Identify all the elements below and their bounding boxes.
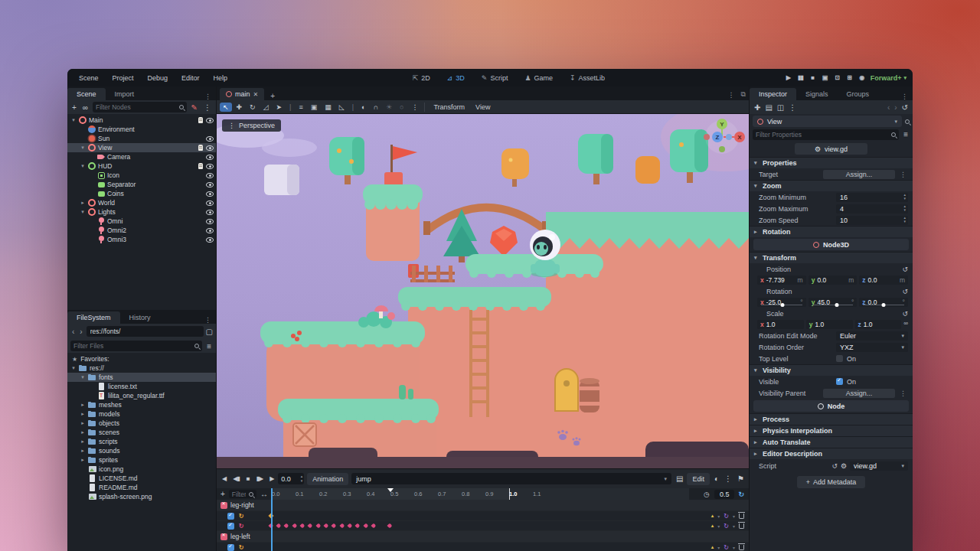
rotate-mode-button[interactable]: ↻ bbox=[247, 103, 259, 112]
section-visibility[interactable]: ▾Visibility bbox=[750, 364, 913, 376]
delete-track-icon[interactable] bbox=[739, 545, 744, 550]
scene-tree-row[interactable]: ▾ View bbox=[67, 143, 216, 152]
loop-wrap-icon[interactable]: ↻ bbox=[724, 544, 729, 551]
link-scale-icon[interactable]: ∞ bbox=[903, 320, 908, 329]
instance-scene-button[interactable]: ∞ bbox=[81, 103, 90, 112]
file-tree-row[interactable]: lilita_one_regular.ttf bbox=[67, 391, 216, 400]
ruler-mode-button[interactable]: ◺ bbox=[336, 103, 348, 112]
workspace-tab[interactable]: ⊿ 3D bbox=[441, 73, 471, 83]
property-menu-icon[interactable]: ⋮ bbox=[898, 171, 908, 178]
visibility-eye-icon[interactable] bbox=[206, 155, 214, 160]
expand-arrow[interactable]: ▾ bbox=[70, 117, 77, 123]
scene-tree-row[interactable]: ▾ Main bbox=[67, 116, 216, 125]
visibility-eye-icon[interactable] bbox=[206, 219, 214, 224]
workspace-tab[interactable]: ♟ Game bbox=[518, 73, 559, 83]
visibility-eye-icon[interactable] bbox=[206, 228, 214, 233]
class-header-node3d[interactable]: Node3D bbox=[753, 239, 909, 250]
visibility-eye-icon[interactable] bbox=[206, 136, 214, 142]
target-assign-button[interactable]: Assign... bbox=[823, 170, 895, 179]
play-scene-button[interactable]: ⊡ bbox=[834, 74, 841, 81]
menu-item[interactable]: Help bbox=[208, 73, 234, 83]
rotation-order-dropdown[interactable]: YXZ▾ bbox=[836, 343, 908, 352]
spinner-icon[interactable]: ▴▾ bbox=[301, 474, 303, 483]
interpolation-mode-icon[interactable]: ▴ bbox=[711, 513, 714, 519]
track-enabled-checkbox[interactable] bbox=[227, 513, 234, 520]
dock-tab[interactable]: Inspector bbox=[750, 88, 796, 100]
file-tree-row[interactable]: ▸ scenes bbox=[67, 428, 216, 437]
script-header-button[interactable]: ⚙ view.gd bbox=[795, 143, 867, 155]
animation-menu-button[interactable]: Animation bbox=[307, 473, 348, 485]
snap-button[interactable]: ∩ bbox=[370, 103, 381, 112]
expand-arrow[interactable]: ▸ bbox=[80, 200, 86, 206]
collapsed-section[interactable]: ▸Editor Description bbox=[750, 448, 913, 459]
zoom-speed-field[interactable]: 10▴▾ bbox=[836, 216, 908, 225]
file-tree-row[interactable]: README.md bbox=[67, 483, 216, 492]
script-badge-icon[interactable] bbox=[198, 117, 203, 123]
object-history-icon[interactable]: ↺ bbox=[902, 103, 908, 112]
dock-tab[interactable]: FileSystem bbox=[67, 311, 120, 324]
collapsed-section[interactable]: ▸Process bbox=[750, 413, 913, 425]
edited-node-dropdown[interactable]: View ▾ bbox=[753, 116, 902, 127]
interpolation-mode-icon[interactable]: ▴ bbox=[711, 544, 714, 550]
play-button[interactable]: ▶ bbox=[785, 74, 792, 81]
play-backwards-from-end-button[interactable]: ◀ bbox=[220, 475, 227, 482]
file-tree-row[interactable]: ▸ scripts bbox=[67, 437, 216, 446]
visibility-eye-icon[interactable] bbox=[206, 145, 214, 151]
gear-icon[interactable]: ⚙ bbox=[841, 462, 847, 470]
filter-properties-input[interactable] bbox=[756, 131, 888, 139]
expand-arrow[interactable]: ▾ bbox=[80, 145, 86, 151]
pause-button[interactable]: ▮▮ bbox=[797, 74, 804, 81]
separator[interactable]: | bbox=[286, 103, 294, 112]
visibility-eye-icon[interactable] bbox=[206, 201, 214, 206]
menu-item[interactable]: Editor bbox=[176, 73, 205, 83]
loop-wrap-icon[interactable]: ↻ bbox=[724, 523, 729, 530]
zoom-minimum-field[interactable]: 16▴▾ bbox=[836, 193, 908, 202]
track-enabled-checkbox[interactable] bbox=[227, 544, 234, 551]
visibility-eye-icon[interactable] bbox=[206, 210, 214, 215]
file-tree-row[interactable]: ▾ fonts bbox=[67, 373, 216, 382]
script-dropdown[interactable]: view.gd▾ bbox=[850, 461, 908, 471]
track-keyframes[interactable] bbox=[277, 531, 749, 542]
select-list-button[interactable]: ≡ bbox=[296, 103, 305, 112]
expand-arrow[interactable]: ▾ bbox=[80, 209, 86, 215]
scene-tree-row[interactable]: Omni bbox=[67, 217, 216, 226]
file-tree-row[interactable]: ▸ models bbox=[67, 409, 216, 419]
visibility-eye-icon[interactable] bbox=[206, 173, 214, 178]
scene-tree-row[interactable]: ▾ Lights bbox=[67, 207, 216, 217]
scale-y-field[interactable]: y1.0 bbox=[806, 320, 853, 329]
top-level-checkbox[interactable] bbox=[836, 355, 843, 362]
dock-menu-icon[interactable]: ⋮ bbox=[200, 316, 216, 324]
track-keyframes[interactable] bbox=[271, 511, 686, 520]
menu-item[interactable]: Scene bbox=[74, 73, 104, 83]
dock-menu-icon[interactable]: ⋮ bbox=[200, 93, 216, 100]
dock-tab[interactable]: Import bbox=[106, 88, 144, 100]
fit-zoom-icon[interactable]: ↔ bbox=[259, 490, 270, 498]
visible-checkbox[interactable] bbox=[836, 378, 843, 385]
animation-track-row[interactable]: ↻ ▴▾ ↻▾ bbox=[217, 511, 749, 521]
stop-animation-button[interactable]: ■ bbox=[245, 475, 251, 482]
scale-mode-button[interactable]: ◿ bbox=[260, 103, 272, 112]
separator[interactable]: | bbox=[349, 103, 357, 112]
expand-arrow[interactable]: ▸ bbox=[80, 439, 86, 445]
rotation-y-field[interactable]: y45.0° bbox=[808, 298, 858, 307]
play-custom-scene-button[interactable]: ⊞ bbox=[846, 74, 853, 81]
visibility-parent-assign-button[interactable]: Assign... bbox=[823, 389, 895, 398]
move-mode-button[interactable]: ✚ bbox=[234, 103, 246, 112]
timeline-playhead[interactable] bbox=[271, 488, 273, 551]
timeline-ruler[interactable]: 0.00.10.20.30.40.50.60.70.80.91.01.1 bbox=[272, 488, 689, 500]
lock-selected-button[interactable]: ▣ bbox=[308, 103, 321, 112]
expand-arrow[interactable]: ▾ bbox=[80, 163, 86, 169]
selection-list-button[interactable]: ➤ bbox=[273, 103, 286, 112]
file-tree-row[interactable]: LICENSE.md bbox=[67, 474, 216, 483]
animation-track-row[interactable]: leg-right ↻ ▴▾ ↻▾ bbox=[217, 500, 749, 511]
viewport-menu[interactable]: Transform bbox=[428, 103, 470, 111]
file-tree-row[interactable]: ▾ res:// bbox=[67, 364, 216, 373]
file-tree-row[interactable]: icon.png bbox=[67, 465, 216, 474]
visibility-eye-icon[interactable] bbox=[206, 237, 214, 243]
loop-animation-icon[interactable]: ↻ bbox=[738, 491, 744, 498]
animation-track-row[interactable]: ↻ ▴▾ ↻▾ bbox=[217, 543, 749, 551]
visibility-eye-icon[interactable] bbox=[206, 118, 214, 123]
expand-arrow[interactable]: ▸ bbox=[80, 429, 86, 435]
scene-tree-row[interactable]: Separator bbox=[67, 180, 216, 189]
scene-tree-row[interactable]: ▸ World bbox=[67, 198, 216, 207]
